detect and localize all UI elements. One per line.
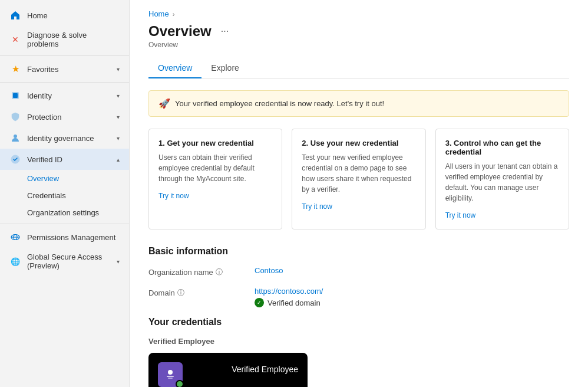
page-subtitle: Overview [148,41,569,49]
permissions-icon [9,231,21,243]
breadcrumb-separator: › [173,11,175,18]
more-options-button[interactable]: ··· [217,25,232,38]
sidebar-sub-item-org-settings[interactable]: Organization settings [0,204,129,221]
page-title-row: Overview ··· [148,23,569,40]
chevron-up-icon-vid: ▴ [117,156,120,163]
domain-value: https://contoso.com/ ✓ Verified domain [255,287,569,307]
step-card-3-try-link[interactable]: Try it now [445,211,476,219]
sidebar-item-favorites-label: Favorites [27,65,58,74]
sidebar-item-identity-governance-label: Identity governance [27,134,94,143]
sidebar-sub-item-overview[interactable]: Overview [0,170,129,187]
sidebar-divider-3 [0,224,129,224]
chevron-down-icon-gsa: ▾ [117,258,120,265]
protection-icon [9,111,21,123]
sidebar: Home ✕ Diagnose & solve problems ★ Favor… [0,0,130,387]
identity-governance-icon [9,132,21,144]
step-card-1-title: 1. Get your new credential [158,139,272,147]
breadcrumb: Home › [148,9,569,18]
sidebar-divider-2 [0,82,129,83]
domain-label: Domain ⓘ [148,287,255,298]
sidebar-item-permissions-label: Permissions Management [27,233,115,242]
domain-info-icon: ⓘ [177,288,184,298]
home-icon [9,9,21,21]
banner: 🚀 Your verified employee credential is n… [148,90,569,117]
sidebar-sub-item-overview-label: Overview [27,174,59,183]
sidebar-item-gsa[interactable]: 🌐 Global Secure Access (Preview) ▾ [0,248,129,275]
org-name-row: Organization name ⓘ Contoso [148,266,569,277]
person-badge-icon [163,368,177,382]
gsa-icon: 🌐 [9,255,21,267]
svg-rect-8 [167,376,174,377]
banner-text: Your verified employee credential is now… [175,99,384,108]
sidebar-sub-item-org-settings-label: Organization settings [27,208,99,217]
credentials-section: Your credentials Verified Employee Verif… [148,317,569,387]
sidebar-item-identity-governance[interactable]: Identity governance ▾ [0,127,129,149]
banner-icon: 🚀 [158,98,170,109]
org-name-value: Contoso [255,266,569,275]
credentials-section-title: Your credentials [148,317,569,327]
credential-card-icon-dot [176,380,184,387]
page-title: Overview [148,23,212,40]
svg-point-7 [168,370,173,375]
verified-domain-row: ✓ Verified domain [255,298,569,307]
breadcrumb-home[interactable]: Home [148,9,169,18]
domain-row: Domain ⓘ https://contoso.com/ ✓ Verified… [148,287,569,307]
sidebar-item-identity[interactable]: Identity ▾ [0,85,129,106]
org-name-label: Organization name ⓘ [148,266,255,277]
step-card-2-try-link[interactable]: Try it now [302,202,332,211]
org-name-info-icon: ⓘ [216,267,223,277]
verified-id-icon [9,153,21,165]
step-card-1: 1. Get your new credential Users can obt… [148,129,282,229]
verified-check-icon: ✓ [255,298,264,307]
svg-rect-9 [168,378,173,379]
sidebar-sub-item-credentials[interactable]: Credentials [0,187,129,204]
credential-card: Verified Employee Contoso [148,353,308,387]
chevron-down-icon-igov: ▾ [117,135,120,142]
sidebar-item-diagnose[interactable]: ✕ Diagnose & solve problems [0,26,129,53]
step-card-3: 3. Control who can get the credential Al… [435,129,569,229]
sidebar-item-protection[interactable]: Protection ▾ [0,106,129,127]
sidebar-item-diagnose-label: Diagnose & solve problems [27,31,120,48]
verified-domain-text: Verified domain [267,299,321,307]
tabs: Overview Explore [148,58,569,78]
sidebar-item-favorites[interactable]: ★ Favorites ▾ [0,58,129,80]
step-card-2-desc: Test your new verified employee credenti… [302,152,415,195]
tab-overview[interactable]: Overview [148,58,201,78]
sidebar-item-permissions[interactable]: Permissions Management [0,227,129,248]
sidebar-sub-item-credentials-label: Credentials [27,191,66,200]
sidebar-item-verified-id-label: Verified ID [27,155,62,164]
chevron-down-icon-protection: ▾ [117,114,120,120]
credential-card-name: Verified Employee [232,365,298,374]
step-card-3-desc: All users in your tenant can obtain a ve… [445,161,559,204]
main-content: Home › Overview ··· Overview Overview Ex… [130,0,588,387]
domain-url-link[interactable]: https://contoso.com/ [255,287,323,296]
sidebar-divider-1 [0,55,129,56]
chevron-down-icon: ▾ [117,66,120,73]
tab-explore[interactable]: Explore [201,58,248,78]
step-card-1-try-link[interactable]: Try it now [158,192,189,200]
sidebar-item-protection-label: Protection [27,113,62,122]
step-card-3-title: 3. Control who can get the credential [445,139,559,156]
step-card-1-desc: Users can obtain their verified employee… [158,152,272,184]
chevron-down-icon-identity: ▾ [117,93,120,99]
sidebar-item-identity-label: Identity [27,91,52,100]
svg-point-2 [14,135,17,138]
diagnose-icon: ✕ [9,34,21,45]
org-name-link[interactable]: Contoso [255,266,283,275]
sidebar-item-home-label: Home [27,11,48,20]
credential-card-icon [158,362,183,387]
sidebar-item-home[interactable]: Home [0,5,129,26]
step-cards: 1. Get your new credential Users can obt… [148,129,569,229]
step-card-2: 2. Use your new credential Test your new… [292,129,425,229]
favorites-icon: ★ [9,63,21,75]
basic-info-section-title: Basic information [148,246,569,257]
identity-icon [9,90,21,101]
credentials-sub-title: Verified Employee [148,337,569,346]
svg-rect-1 [13,93,18,98]
sidebar-item-verified-id[interactable]: Verified ID ▴ [0,149,129,170]
sidebar-item-gsa-label: Global Secure Access (Preview) [27,252,117,270]
step-card-2-title: 2. Use your new credential [302,139,415,147]
